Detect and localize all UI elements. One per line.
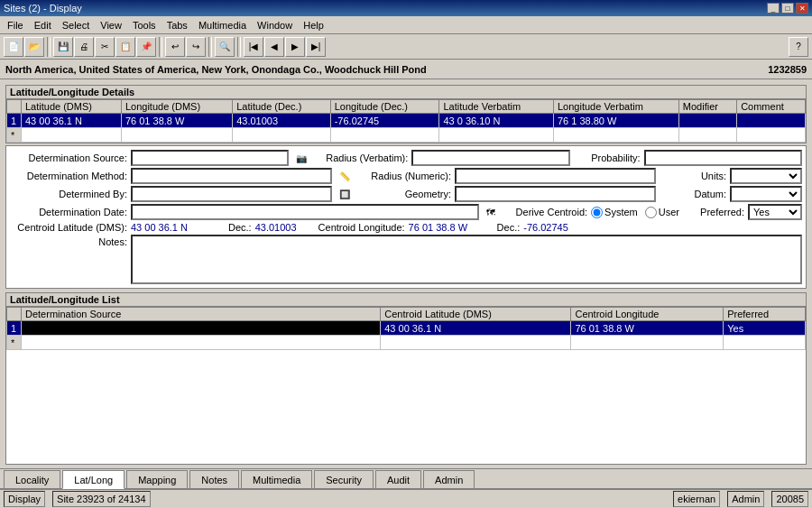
row-lat-dec: 43.01003 xyxy=(233,114,331,128)
col-comment: Comment xyxy=(737,100,806,114)
toolbar-help[interactable]: ? xyxy=(789,37,808,57)
tab-notes[interactable]: Notes xyxy=(189,470,239,488)
toolbar-copy[interactable]: 📋 xyxy=(115,37,135,57)
preferred-label: Preferred: xyxy=(690,207,744,217)
menu-file[interactable]: File xyxy=(2,18,29,32)
list-row[interactable]: 1 43 00 36.1 N 76 01 38.8 W Yes xyxy=(7,321,806,336)
new-row-lon-dms[interactable] xyxy=(121,128,232,143)
tab-latlong[interactable]: Lat/Long xyxy=(62,470,125,489)
radius-verb-input[interactable] xyxy=(411,150,569,166)
tab-locality[interactable]: Locality xyxy=(4,470,60,488)
table-row-new[interactable]: * xyxy=(7,128,806,143)
tab-multimedia[interactable]: Multimedia xyxy=(241,470,312,488)
menu-edit[interactable]: Edit xyxy=(29,18,57,32)
det-method-input[interactable] xyxy=(131,168,332,184)
toolbar-print[interactable]: 🖨 xyxy=(74,37,94,57)
minimize-button[interactable]: _ xyxy=(767,3,780,14)
probability-label: Probability: xyxy=(577,152,641,163)
det-source-label: Determination Source: xyxy=(10,152,127,163)
row-lat-verb: 43 0 36.10 N xyxy=(439,114,554,128)
status-display: Display xyxy=(4,491,45,507)
camera-icon: 📷 xyxy=(296,153,307,163)
col-modifier: Modifier xyxy=(678,100,736,114)
toolbar-save[interactable]: 💾 xyxy=(53,37,73,57)
units-select[interactable] xyxy=(730,168,802,184)
toolbar-nav-last[interactable]: ▶| xyxy=(306,37,326,57)
menu-help[interactable]: Help xyxy=(298,18,329,32)
geometry-input[interactable] xyxy=(455,186,656,202)
centroid-lon-dec-label: Dec.: xyxy=(497,222,521,233)
det-method-label: Determination Method: xyxy=(10,171,127,181)
tab-admin[interactable]: Admin xyxy=(423,470,475,488)
menu-bar: File Edit Select View Tools Tabs Multime… xyxy=(0,16,812,34)
close-button[interactable]: ✕ xyxy=(796,3,808,14)
menu-tools[interactable]: Tools xyxy=(127,18,161,32)
list-row-new[interactable]: * xyxy=(7,336,806,350)
table-row[interactable]: 1 43 00 36.1 N 76 01 38.8 W 43.01003 -76… xyxy=(7,114,806,128)
new-row-modifier[interactable] xyxy=(678,128,736,143)
toolbar-cut[interactable]: ✂ xyxy=(95,37,115,57)
list-new-centlat[interactable] xyxy=(381,336,571,350)
det-date-input[interactable] xyxy=(131,204,479,220)
list-row-pref: Yes xyxy=(724,321,806,336)
datum-select[interactable] xyxy=(730,186,802,202)
toolbar-nav-prev[interactable]: ◀ xyxy=(264,37,284,57)
new-row-lon-dec[interactable] xyxy=(330,128,439,143)
tab-mapping[interactable]: Mapping xyxy=(126,470,188,488)
preferred-select[interactable]: Yes No xyxy=(748,204,802,220)
list-row-centlat: 43 00 36.1 N xyxy=(381,321,571,336)
menu-select[interactable]: Select xyxy=(57,18,96,32)
toolbar-new[interactable]: 📄 xyxy=(4,37,23,57)
list-new-centlon[interactable] xyxy=(571,336,724,350)
menu-multimedia[interactable]: Multimedia xyxy=(193,18,252,32)
menu-view[interactable]: View xyxy=(95,18,127,32)
det-by-input[interactable] xyxy=(131,186,332,202)
form-row-1: Determination Source: 📷 Radius (Verbatim… xyxy=(10,150,802,166)
new-row-lon-verb[interactable] xyxy=(554,128,679,143)
toolbar-paste[interactable]: 📌 xyxy=(136,37,156,57)
centroid-lon-dms-value: 76 01 38.8 W xyxy=(409,222,490,233)
toolbar-undo[interactable]: ↩ xyxy=(165,37,185,57)
notes-textarea[interactable] xyxy=(131,235,802,284)
col-lon-dms: Longitude (DMS) xyxy=(121,100,232,114)
new-row-lat-dec[interactable] xyxy=(233,128,331,143)
units-label: Units: xyxy=(663,171,726,181)
new-row-indicator: * xyxy=(7,128,22,143)
radius-verb-label: Radius (Verbatim): xyxy=(309,152,408,163)
probability-input[interactable] xyxy=(644,150,802,166)
row-modifier xyxy=(678,114,736,128)
col-num xyxy=(7,100,22,114)
new-row-comment[interactable] xyxy=(737,128,806,143)
title-bar: Sites (2) - Display _ □ ✕ xyxy=(0,0,812,16)
derive-icon: 🗺 xyxy=(486,208,495,217)
menu-window[interactable]: Window xyxy=(252,18,298,32)
derive-user-label: User xyxy=(659,207,679,217)
det-source-input[interactable] xyxy=(131,150,289,166)
list-new-pref[interactable] xyxy=(724,336,806,350)
menu-tabs[interactable]: Tabs xyxy=(161,18,193,32)
toolbar-sep1 xyxy=(47,37,51,57)
derive-system-label: System xyxy=(604,207,638,217)
derive-user-radio[interactable] xyxy=(645,207,657,218)
toolbar-nav-next[interactable]: ▶ xyxy=(285,37,305,57)
lat-lon-list-header: Latitude/Longitude List xyxy=(6,293,806,307)
lat-long-table: Latitude (DMS) Longitude (DMS) Latitude … xyxy=(6,99,806,143)
toolbar-open[interactable]: 📂 xyxy=(24,37,44,57)
maximize-button[interactable]: □ xyxy=(781,3,794,14)
derive-system-radio[interactable] xyxy=(591,207,603,218)
tab-audit[interactable]: Audit xyxy=(375,470,421,488)
new-row-lat-dms[interactable] xyxy=(22,128,122,143)
tab-security[interactable]: Security xyxy=(314,470,374,488)
list-col-source: Determination Source xyxy=(22,308,381,321)
new-row-lat-verb[interactable] xyxy=(439,128,554,143)
list-new-source[interactable] xyxy=(22,336,381,350)
derive-centroid-label: Derive Centroid: xyxy=(497,207,587,217)
toolbar-redo[interactable]: ↪ xyxy=(186,37,206,57)
row-lon-dms: 76 01 38.8 W xyxy=(121,114,232,128)
toolbar-nav-first[interactable]: |◀ xyxy=(244,37,263,57)
radius-num-input[interactable] xyxy=(455,168,656,184)
col-lon-verb: Longitude Verbatim xyxy=(554,100,679,114)
form-row-2: Determination Method: 📏 Radius (Numeric)… xyxy=(10,168,802,184)
row-lat-dms: 43 00 36.1 N xyxy=(22,114,122,128)
toolbar-find[interactable]: 🔍 xyxy=(215,37,235,57)
